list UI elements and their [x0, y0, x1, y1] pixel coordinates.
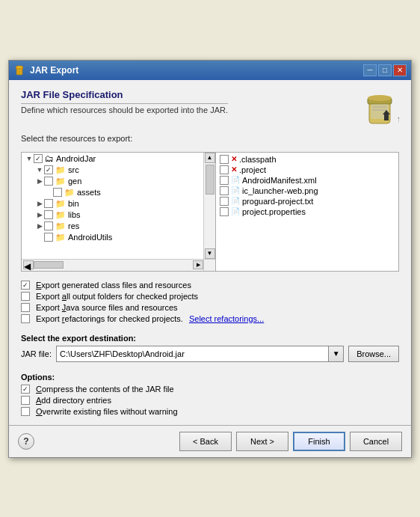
expand-arrow-gen[interactable]: ▶	[35, 177, 44, 186]
options-items: Compress the contents of the JAR file Ad…	[21, 385, 399, 416]
checkbox-src[interactable]	[44, 165, 53, 174]
tree-content: ▼ 🗂 AndroidJar ▼ 📁 src ▶	[22, 153, 215, 271]
hscroll-thumb	[34, 261, 64, 269]
minimize-button[interactable]: ─	[363, 64, 377, 76]
tree-item-androidutils[interactable]: 📁 AndroidUtils	[22, 232, 203, 243]
window-title: JAR Export	[30, 65, 78, 76]
back-button[interactable]: < Back	[179, 432, 232, 451]
checkbox-launcher[interactable]	[220, 186, 229, 195]
checkbox-export-refactor[interactable]	[21, 314, 30, 323]
checkbox-classpath[interactable]	[220, 155, 229, 164]
file-item-proguard[interactable]: 📄 proguard-project.txt	[217, 196, 397, 207]
project-x-icon: ✕	[231, 165, 237, 174]
export-class-label: Export generated class files and resourc…	[36, 281, 191, 290]
checkbox-androidutils[interactable]	[44, 233, 53, 242]
expand-arrow-androidutils[interactable]	[35, 233, 44, 242]
assets-icon: 📁	[64, 188, 75, 198]
checkbox-libs[interactable]	[44, 210, 53, 219]
jar-file-input[interactable]	[56, 346, 329, 362]
classpath-x-icon: ✕	[231, 155, 237, 163]
checkbox-res[interactable]	[44, 221, 53, 230]
file-item-project[interactable]: ✕ .project	[217, 165, 397, 175]
tree-label-assets: assets	[77, 188, 101, 197]
hscroll-arrow-left[interactable]: ◀	[23, 260, 34, 269]
header-area: JAR File Specification Define which reso…	[21, 89, 399, 128]
maximize-button[interactable]: □	[378, 64, 392, 76]
export-output-label: Export all output folders for checked pr…	[36, 292, 198, 301]
checkbox-manifest[interactable]	[220, 176, 229, 185]
properties-icon: 📄	[231, 207, 240, 215]
tree-item-bin[interactable]: ▶ 📁 bin	[22, 198, 203, 209]
expand-arrow-assets[interactable]	[44, 188, 53, 197]
compress-row[interactable]: Compress the contents of the JAR file	[21, 385, 399, 394]
section-desc: Define which resources should be exporte…	[21, 105, 228, 114]
overwrite-row[interactable]: Overwrite existing files without warning	[21, 407, 399, 416]
checkbox-project[interactable]	[220, 165, 229, 174]
export-refactor-row[interactable]: Export refactorings for checked projects…	[21, 314, 399, 323]
tree-hscroll[interactable]: ◀ ▶	[22, 259, 203, 271]
add-dir-label: Add directory entries	[36, 396, 111, 405]
file-item-manifest[interactable]: 📄 AndroidManifest.xml	[217, 175, 397, 186]
scroll-up-arrow[interactable]: ▲	[205, 153, 215, 163]
close-button[interactable]: ✕	[393, 64, 407, 76]
browse-button[interactable]: Browse...	[348, 346, 399, 362]
jar-dropdown-arrow[interactable]: ▼	[329, 346, 344, 362]
tree-panel: ▼ 🗂 AndroidJar ▼ 📁 src ▶	[22, 153, 216, 271]
tree-item-src[interactable]: ▼ 📁 src	[22, 165, 203, 176]
file-item-properties[interactable]: 📄 project.properties	[217, 207, 397, 217]
overwrite-label: Overwrite existing files without warning	[36, 407, 178, 416]
checkbox-gen[interactable]	[44, 177, 53, 186]
checkbox-overwrite[interactable]	[21, 407, 30, 416]
checkbox-androidjar[interactable]	[34, 154, 43, 163]
hscroll-arrow-right[interactable]: ▶	[193, 260, 203, 269]
jar-row: JAR file: ▼ Browse...	[21, 346, 399, 362]
checkbox-add-dir[interactable]	[21, 396, 30, 405]
scroll-down-arrow[interactable]: ▼	[205, 248, 215, 259]
tree-item-androidjar[interactable]: ▼ 🗂 AndroidJar	[22, 153, 203, 165]
file-item-launcher[interactable]: 📄 ic_launcher-web.png	[217, 186, 397, 196]
export-java-row[interactable]: Export Java source files and resources	[21, 303, 399, 312]
jar-export-window: JAR Export ─ □ ✕ JAR File Specification …	[8, 60, 412, 458]
file-item-classpath[interactable]: ✕ .classpath	[217, 154, 397, 165]
options-label: Options:	[21, 373, 399, 382]
checkbox-bin[interactable]	[44, 199, 53, 208]
select-refactorings-link[interactable]: Select refactorings...	[189, 314, 264, 323]
add-dir-row[interactable]: Add directory entries	[21, 396, 399, 405]
tree-item-res[interactable]: ▶ 📁 res	[22, 221, 203, 232]
footer-left: ?	[18, 433, 40, 450]
expand-arrow-bin[interactable]: ▶	[35, 199, 44, 208]
checkbox-export-java[interactable]	[21, 303, 30, 312]
checkbox-export-output[interactable]	[21, 292, 30, 301]
cancel-button[interactable]: Cancel	[350, 432, 402, 451]
launcher-icon: 📄	[231, 186, 240, 195]
checkbox-proguard[interactable]	[220, 197, 229, 206]
finish-button[interactable]: Finish	[293, 432, 345, 451]
jar-input-wrapper: ▼	[56, 346, 344, 362]
checkbox-compress[interactable]	[21, 385, 30, 394]
footer: ? < Back Next > Finish Cancel	[9, 425, 411, 457]
tree-item-assets[interactable]: 📁 assets	[22, 187, 203, 198]
file-label-launcher: ic_launcher-web.png	[242, 186, 318, 195]
expand-arrow-src[interactable]: ▼	[35, 165, 44, 174]
file-label-classpath: .classpath	[239, 155, 277, 164]
checkbox-export-class[interactable]	[21, 281, 30, 290]
svg-point-2	[16, 66, 22, 68]
manifest-icon: 📄	[231, 176, 240, 184]
checkbox-properties[interactable]	[220, 207, 229, 216]
expand-arrow-androidjar[interactable]: ▼	[25, 154, 34, 163]
export-output-row[interactable]: Export all output folders for checked pr…	[21, 292, 399, 301]
file-label-project: .project	[239, 165, 266, 174]
next-button[interactable]: Next >	[236, 432, 288, 451]
tree-vscroll[interactable]: ▲ ▼	[203, 153, 215, 259]
checkbox-assets[interactable]	[53, 188, 62, 197]
title-bar: JAR Export ─ □ ✕	[9, 61, 411, 80]
resources-label: Select the resources to export:	[21, 134, 399, 143]
files-panel: ✕ .classpath ✕ .project 📄 AndroidManifes…	[216, 153, 398, 271]
res-icon: 📁	[55, 221, 66, 231]
expand-arrow-res[interactable]: ▶	[35, 221, 44, 230]
tree-item-gen[interactable]: ▶ 📁 gen	[22, 176, 203, 187]
expand-arrow-libs[interactable]: ▶	[35, 210, 44, 219]
export-class-row[interactable]: Export generated class files and resourc…	[21, 281, 399, 290]
help-button[interactable]: ?	[18, 433, 34, 450]
tree-item-libs[interactable]: ▶ 📁 libs	[22, 209, 203, 221]
